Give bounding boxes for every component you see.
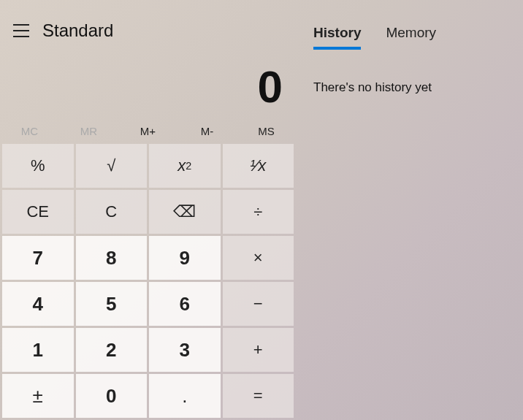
sqrt-button[interactable]: √ xyxy=(76,144,148,188)
reciprocal-button[interactable]: ¹⁄x xyxy=(223,144,294,188)
backspace-button[interactable]: ⌫ xyxy=(149,190,221,234)
seven-button[interactable]: 7 xyxy=(2,236,74,280)
one-button[interactable]: 1 xyxy=(2,328,74,372)
mc-button: MC xyxy=(0,120,59,142)
square-base: x xyxy=(177,156,186,175)
mplus-button[interactable]: M+ xyxy=(118,120,177,142)
hamburger-icon[interactable] xyxy=(13,24,29,37)
ce-button[interactable]: CE xyxy=(2,190,74,234)
calculator-panel: Standard 0 MC MR M+ M- MS % √ x2 ¹⁄x CE … xyxy=(0,0,296,420)
zero-button[interactable]: 0 xyxy=(76,374,148,418)
nine-button[interactable]: 9 xyxy=(149,236,221,280)
history-empty-message: There's no history yet xyxy=(313,80,505,95)
decimal-button[interactable]: . xyxy=(149,374,221,418)
tab-memory[interactable]: Memory xyxy=(386,25,436,50)
minus-button[interactable]: − xyxy=(223,282,294,326)
mode-title: Standard xyxy=(42,20,113,41)
four-button[interactable]: 4 xyxy=(2,282,74,326)
tab-history[interactable]: History xyxy=(313,25,361,50)
keypad: % √ x2 ¹⁄x CE C ⌫ ÷ 7 8 9 × 4 5 6 − 1 2 … xyxy=(0,142,296,420)
mminus-button[interactable]: M- xyxy=(177,120,237,142)
plus-button[interactable]: + xyxy=(223,328,294,372)
equals-button[interactable]: = xyxy=(223,374,294,418)
five-button[interactable]: 5 xyxy=(76,282,148,326)
square-exp: 2 xyxy=(186,160,191,172)
memory-row: MC MR M+ M- MS xyxy=(0,120,296,142)
percent-button[interactable]: % xyxy=(2,144,74,188)
tabs: History Memory xyxy=(313,25,505,50)
plusminus-button[interactable]: ± xyxy=(2,374,74,418)
three-button[interactable]: 3 xyxy=(149,328,221,372)
square-button[interactable]: x2 xyxy=(149,144,221,188)
eight-button[interactable]: 8 xyxy=(76,236,148,280)
two-button[interactable]: 2 xyxy=(76,328,148,372)
divide-button[interactable]: ÷ xyxy=(223,190,294,234)
c-button[interactable]: C xyxy=(76,190,148,234)
mr-button: MR xyxy=(59,120,118,142)
side-panel: History Memory There's no history yet xyxy=(296,0,523,420)
ms-button[interactable]: MS xyxy=(237,120,296,142)
multiply-button[interactable]: × xyxy=(223,236,294,280)
display-value: 0 xyxy=(0,47,296,120)
six-button[interactable]: 6 xyxy=(149,282,221,326)
header: Standard xyxy=(0,20,296,41)
